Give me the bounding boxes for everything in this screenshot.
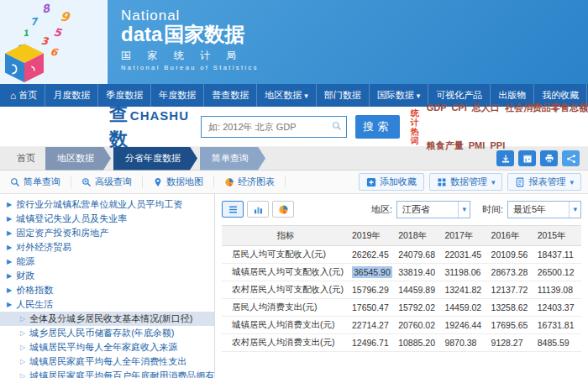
brand-data-cn: 国家数据: [164, 23, 244, 45]
nav-item-label: 部门数据: [324, 89, 361, 102]
region-label: 地区:: [371, 203, 392, 216]
sidebar-item-13[interactable]: ▷城镇居民家庭平均每百户年底耐用消费品拥有量: [0, 369, 214, 378]
toolbar-right-item-3[interactable]: 报表管理▾: [507, 173, 581, 191]
table-row: 城镇居民人均消费支出(元)22714.2720760.0219246.44176…: [222, 317, 581, 334]
printer-button[interactable]: [540, 150, 558, 166]
sidebar-item-12[interactable]: ▷城镇居民家庭平均每人全年消费性支出: [0, 354, 214, 369]
share-icon: [566, 154, 576, 164]
time-value: 最近5年: [513, 203, 546, 216]
logo-digit: 7: [29, 16, 38, 29]
brand-block: National data国家数据 国 家 统 计 局 National Bur…: [108, 0, 259, 84]
map-icon: [153, 177, 163, 187]
table-row: 居民人均消费支出(元)17650.4715792.0214459.0213258…: [222, 299, 581, 317]
sidebar-item-1[interactable]: ▶按行业分城镇私营单位就业人员平均工资: [0, 197, 214, 212]
logo-digit: 8: [41, 2, 51, 16]
sidebar-item-7[interactable]: ▶价格指数: [0, 283, 214, 297]
value-cell: 13258.62: [489, 299, 535, 317]
share-button[interactable]: [562, 150, 580, 166]
sidebar-item-4[interactable]: ▶对外经济贸易: [0, 240, 214, 255]
indicator-cell: 农村居民人均可支配收入(元): [222, 281, 349, 299]
tree-leaf-icon: ▷: [20, 315, 25, 323]
sidebar-item-5[interactable]: ▶能源: [0, 255, 214, 269]
breadcrumb-item-3[interactable]: 分省年度数据: [113, 147, 197, 171]
search-input[interactable]: [202, 122, 346, 132]
nav-item-label: 首页: [18, 89, 37, 102]
data-panel: 地区: 江西省 ▾ 时间: 最近5年 ▾ 指标2019年2018年2017年20…: [215, 194, 588, 378]
value-cell: 16731.81: [535, 317, 581, 334]
chashu-logo-en: CHASHU: [130, 108, 189, 123]
value-cell: 15796.29: [349, 281, 396, 299]
sidebar-item-8[interactable]: ▶人民生活: [0, 297, 214, 312]
bureau-name-cn: 国 家 统 计 局: [121, 50, 259, 61]
sidebar-item-label: 全体及分城乡居民收支基本情况(新口径): [29, 312, 192, 325]
filters: 地区: 江西省 ▾ 时间: 最近5年 ▾: [371, 201, 581, 218]
download-button[interactable]: [496, 150, 514, 166]
nav-item-5[interactable]: 普查数据: [204, 84, 257, 107]
calendar-button[interactable]: [518, 150, 536, 166]
breadcrumb-item-1[interactable]: 首页: [7, 152, 45, 165]
chevron-down-icon: ▾: [304, 92, 308, 100]
tree-expand-icon: ▶: [7, 258, 12, 265]
pie-chart-view-button[interactable]: [272, 201, 294, 218]
chart-icon: [224, 177, 234, 187]
sidebar-item-11[interactable]: ▷城镇居民平均每人全年家庭收入来源: [0, 340, 214, 354]
toolbar-item-label: 高级查询: [95, 176, 132, 188]
value-cell: 13241.82: [442, 281, 488, 299]
value-cell: 20109.56: [489, 246, 535, 264]
indicator-cell: 农村居民人均消费支出(元): [222, 334, 349, 352]
search-icon: [332, 121, 342, 131]
chashu-logo: 查数 CHASHU: [109, 102, 189, 152]
table-row: 农村居民人均消费支出(元)12496.7110885.209870.389128…: [222, 334, 581, 352]
site-banner: 89751326 National data国家数据 国 家 统 计 局 Nat…: [0, 0, 588, 84]
nav-item-7[interactable]: 部门数据: [317, 84, 370, 107]
value-cell: 20760.02: [396, 317, 442, 334]
nav-item-label: 国际数据: [377, 89, 414, 102]
toolbar-item-1[interactable]: 简单查询: [0, 176, 71, 188]
sidebar-item-6[interactable]: ▶财政: [0, 269, 214, 283]
tree-leaf-icon: ▷: [20, 329, 25, 337]
brand-data: data国家数据: [121, 24, 259, 45]
indicator-cell: 居民人均可支配收入(元): [222, 246, 349, 264]
value-cell: 11139.08: [535, 281, 581, 299]
breadcrumb-item-4[interactable]: 简单查询: [200, 147, 265, 171]
list-view-button[interactable]: [222, 201, 244, 218]
column-header: 2015年: [535, 226, 581, 246]
home-icon: ⌂: [10, 90, 16, 102]
table-controls: 地区: 江西省 ▾ 时间: 最近5年 ▾: [222, 199, 581, 219]
sidebar-item-2[interactable]: ▶城镇登记失业人员及失业率: [0, 212, 214, 226]
region-select[interactable]: 江西省 ▾: [396, 201, 470, 218]
sidebar-item-3[interactable]: ▶固定资产投资和房地产: [0, 226, 214, 240]
toolbar-item-label: 添加收藏: [380, 176, 417, 188]
value-cell: 22714.27: [349, 317, 396, 334]
value-cell: 36545.90: [349, 264, 396, 281]
bar-chart-view-button[interactable]: [247, 201, 269, 218]
report-icon: [515, 177, 525, 187]
toolbar-item-3[interactable]: 数据地图: [143, 176, 214, 188]
grid-icon: [437, 177, 447, 187]
download-icon: [501, 154, 511, 164]
sidebar-item-label: 价格指数: [16, 284, 53, 297]
sidebar-item-10[interactable]: ▷城乡居民人民币储蓄存款(年底余额): [0, 326, 214, 340]
hot-words-line1[interactable]: GDP CPI 总人口 社会消费品零售总额: [427, 102, 588, 114]
breadcrumb-item-2[interactable]: 地区数据: [45, 147, 111, 171]
nav-item-2[interactable]: 月度数据: [45, 84, 98, 107]
time-select[interactable]: 最近5年 ▾: [507, 201, 581, 218]
sidebar-item-label: 按行业分城镇私营单位就业人员平均工资: [16, 198, 182, 211]
toolbar-right-item-1[interactable]: 添加收藏: [359, 173, 424, 191]
column-header: 2017年: [442, 226, 488, 246]
toolbar-item-2[interactable]: 高级查询: [71, 176, 143, 188]
value-cell: 12403.37: [535, 299, 581, 317]
indicator-tree-sidebar: ▶按行业分城镇私营单位就业人员平均工资▶城镇登记失业人员及失业率▶固定资产投资和…: [0, 194, 215, 378]
toolbar-right-item-2[interactable]: 数据管理▾: [429, 173, 503, 191]
search-button[interactable]: 搜索: [355, 115, 400, 139]
nav-item-1[interactable]: ⌂首页: [0, 84, 45, 107]
sidebar-item-9[interactable]: ▷全体及分城乡居民收支基本情况(新口径): [0, 312, 214, 326]
sidebar-item-label: 人民生活: [16, 298, 53, 311]
value-cell: 12137.72: [489, 281, 535, 299]
nav-item-6[interactable]: 地区数据▾: [257, 84, 317, 107]
brand-national: National: [121, 8, 259, 24]
hot-badge-line2: 热词: [411, 127, 419, 145]
column-header: 指标: [222, 226, 349, 246]
value-cell: 14459.02: [442, 299, 488, 317]
toolbar-item-4[interactable]: 经济图表: [214, 176, 286, 188]
